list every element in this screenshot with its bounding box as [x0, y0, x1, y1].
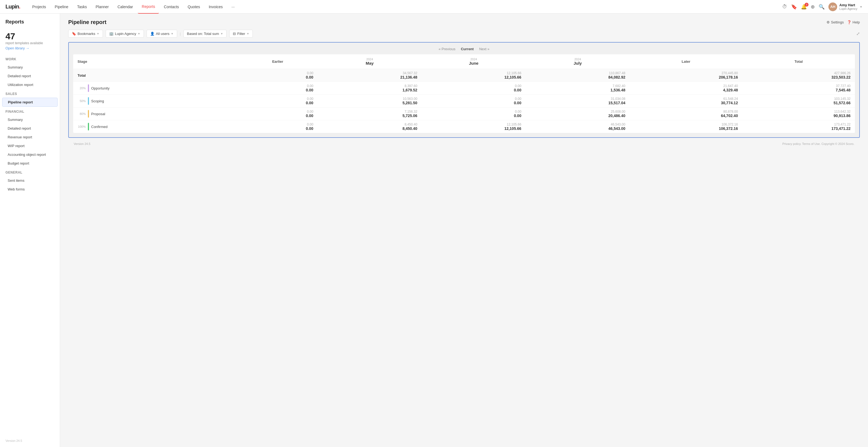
nav-right: ⏱ 🔖 🔔 3 ⊕ 🔍 AH Amy Hart Lupin Agency ▼ — [782, 2, 863, 11]
nav-quotes[interactable]: Quotes — [184, 0, 204, 14]
filter-btn[interactable]: ⊟ Filter ▼ — [229, 30, 253, 38]
section-general-title: General — [0, 168, 60, 176]
toolbar-separator: | — [180, 32, 181, 36]
settings-btn[interactable]: ⚙ Settings — [827, 20, 844, 24]
users-icon: 👤 — [150, 32, 154, 36]
nav-reports[interactable]: Reports — [138, 0, 159, 14]
cell-total-2: 103,145.3251,572.66 — [742, 95, 855, 107]
users-chevron-icon: ▼ — [171, 32, 174, 35]
cell-may-4: 8,450.408,450.40 — [318, 120, 422, 133]
users-btn[interactable]: 👤 All users ▼ — [147, 30, 177, 38]
cell-later-4: 106,372.16106,372.16 — [630, 120, 742, 133]
current-label: Current — [461, 47, 473, 51]
nav-pipeline[interactable]: Pipeline — [51, 0, 72, 14]
cell-stage-4: 100% Confirmed — [73, 120, 238, 133]
cell-june-0: 12,105.6612,105.66 — [422, 69, 526, 82]
user-org: Lupin Agency — [839, 7, 857, 10]
sidebar-item-accounting[interactable]: Accounting object report — [2, 150, 58, 159]
cell-earlier-0: 0.000.00 — [238, 69, 318, 82]
table-row: 80% Proposal 0.000.007,156.325,725.060.0… — [73, 107, 855, 120]
cell-total-1: 37,727.407,545.48 — [742, 82, 855, 95]
user-dropdown-icon[interactable]: ▼ — [860, 5, 863, 8]
sidebar-title: Reports — [0, 19, 60, 29]
nav-contacts[interactable]: Contacts — [160, 0, 183, 14]
timer-icon[interactable]: ⏱ — [782, 4, 787, 9]
prev-btn[interactable]: « Previous — [439, 47, 455, 51]
filter-chevron-icon: ▼ — [246, 32, 249, 35]
nav-invoices[interactable]: Invoices — [205, 0, 226, 14]
table-header-row: Stage Earlier 2024 May 2024 June 2024 J — [73, 54, 855, 69]
sidebar-item-sent[interactable]: Sent items — [2, 176, 58, 185]
cell-may-1: 8,397.601,679.52 — [318, 82, 422, 95]
top-nav: Lupin. Projects Pipeline Tasks Planner C… — [0, 0, 868, 14]
filter-icon: ⊟ — [233, 32, 236, 36]
version-label: Version 24.5 — [74, 142, 90, 146]
table-row: 100% Confirmed 0.000.008,450.408,450.401… — [73, 120, 855, 133]
sidebar: Reports 47 report templates available Op… — [0, 14, 60, 447]
cell-may-0: 34,567.3221,136.48 — [318, 69, 422, 82]
sidebar-item-revenue[interactable]: Revenue report — [2, 133, 58, 141]
report-nav: « Previous Current Next » — [73, 47, 855, 51]
sidebar-item-utilization[interactable]: Utilization report — [2, 81, 58, 89]
sidebar-item-budget[interactable]: Budget report — [2, 159, 58, 167]
th-june: 2024 June — [422, 54, 526, 69]
sidebar-item-financial-summary[interactable]: Summary — [2, 116, 58, 124]
sidebar-count-block: 47 report templates available Open libra… — [0, 29, 60, 55]
sidebar-item-pipeline[interactable]: Pipeline report — [2, 98, 58, 107]
th-july: 2024 July — [526, 54, 630, 69]
cell-july-0: 110,867.4884,082.92 — [526, 69, 630, 82]
report-container: « Previous Current Next » Stage Earlier … — [68, 42, 860, 138]
nav-projects[interactable]: Projects — [28, 0, 50, 14]
cell-stage-3: 80% Proposal — [73, 107, 238, 120]
next-btn[interactable]: Next » — [479, 47, 489, 51]
sidebar-item-wip[interactable]: WIP report — [2, 141, 58, 150]
sidebar-item-work-summary[interactable]: Summary — [2, 63, 58, 71]
bookmarks-btn[interactable]: 🔖 Bookmarks ▼ — [68, 30, 103, 38]
logo[interactable]: Lupin. — [5, 4, 20, 10]
th-may: 2024 May — [318, 54, 422, 69]
th-later: Later — [630, 54, 742, 69]
nav-items: Projects Pipeline Tasks Planner Calendar… — [28, 0, 782, 14]
nav-tasks[interactable]: Tasks — [73, 0, 91, 14]
sidebar-item-financial-detailed[interactable]: Detailed report — [2, 124, 58, 133]
sidebar-item-work-detailed[interactable]: Detailed report — [2, 72, 58, 80]
help-btn[interactable]: ❓ Help — [847, 20, 860, 24]
based-on-btn[interactable]: Based on: Total sum ▼ — [183, 30, 226, 38]
th-stage: Stage — [73, 54, 238, 69]
sidebar-item-webforms[interactable]: Web forms — [2, 185, 58, 193]
cell-earlier-2: 0.000.00 — [238, 95, 318, 107]
cell-june-4: 12,105.6612,105.66 — [422, 120, 526, 133]
user-name: Amy Hart — [839, 3, 857, 7]
bookmark-icon[interactable]: 🔖 — [791, 4, 797, 10]
company-btn[interactable]: 🏢 Lupin Agency ▼ — [105, 30, 144, 38]
th-earlier: Earlier — [238, 54, 318, 69]
help-icon: ❓ — [847, 20, 851, 24]
cell-total-4: 173,471.22173,471.22 — [742, 120, 855, 133]
nav-calendar[interactable]: Calendar — [114, 0, 137, 14]
table-row: Total0.000.0034,567.3221,136.4812,105.66… — [73, 69, 855, 82]
section-financial-title: Financial — [0, 107, 60, 115]
report-count-label: report templates available — [5, 41, 54, 45]
cell-june-2: 0.000.00 — [422, 95, 526, 107]
nav-planner[interactable]: Planner — [92, 0, 113, 14]
nav-more[interactable]: ··· — [228, 0, 239, 14]
logo-dot: . — [19, 4, 20, 9]
table-row: 50% Scoping 0.000.0010,563.005,281.500.0… — [73, 95, 855, 107]
notifications-icon[interactable]: 🔔 3 — [801, 4, 807, 10]
open-library-link[interactable]: Open library → — [5, 46, 29, 50]
copyright-label: Privacy policy. Terms of Use. Copyright … — [782, 142, 854, 146]
add-icon[interactable]: ⊕ — [811, 4, 815, 10]
cell-stage-1: 20% Opportunity — [73, 82, 238, 95]
pipeline-table: Stage Earlier 2024 May 2024 June 2024 J — [73, 54, 855, 133]
toolbar: 🔖 Bookmarks ▼ 🏢 Lupin Agency ▼ 👤 All use… — [68, 30, 860, 38]
cell-earlier-4: 0.000.00 — [238, 120, 318, 133]
report-count: 47 — [5, 32, 54, 41]
search-icon[interactable]: 🔍 — [818, 4, 825, 10]
th-total: Total — [742, 54, 855, 69]
cell-later-3: 80,878.0064,702.40 — [630, 107, 742, 120]
user-menu[interactable]: AH Amy Hart Lupin Agency ▼ — [829, 2, 863, 11]
main-content: Pipeline report ⚙ Settings ❓ Help 🔖 Book… — [60, 14, 868, 447]
cell-later-2: 61,548.2430,774.12 — [630, 95, 742, 107]
user-info: Amy Hart Lupin Agency — [839, 3, 857, 10]
expand-btn[interactable]: ⤢ — [856, 31, 860, 36]
